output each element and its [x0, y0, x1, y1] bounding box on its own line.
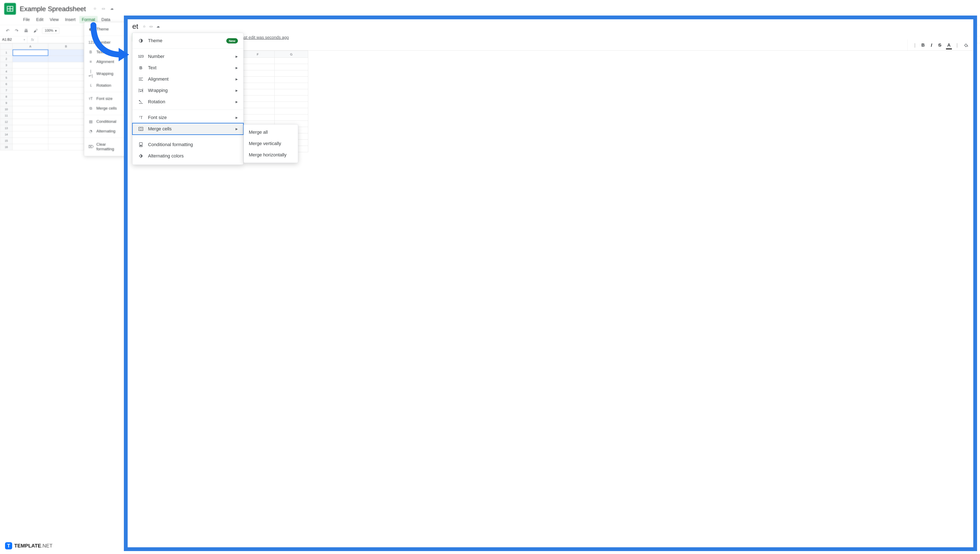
row-header[interactable]: 1: [0, 49, 13, 56]
cell[interactable]: [13, 94, 48, 100]
col-header[interactable]: G: [275, 51, 308, 58]
row-header[interactable]: 13: [0, 125, 13, 131]
print-icon[interactable]: 🖶: [23, 27, 29, 34]
cell[interactable]: [13, 144, 48, 150]
cell[interactable]: [48, 119, 84, 125]
cell[interactable]: [13, 100, 48, 106]
menu-edit[interactable]: Edit: [33, 16, 46, 23]
cell[interactable]: [48, 81, 84, 88]
row-header[interactable]: 4: [0, 68, 13, 75]
cell[interactable]: [13, 138, 48, 144]
cell[interactable]: [13, 75, 48, 81]
menu-file[interactable]: File: [21, 16, 32, 23]
cell[interactable]: [13, 88, 48, 94]
row-header[interactable]: 15: [0, 138, 13, 144]
last-edit-link[interactable]: Last edit was seconds ago: [236, 33, 292, 41]
col-header[interactable]: B: [48, 43, 84, 49]
cell[interactable]: [241, 76, 275, 83]
cell[interactable]: [275, 70, 308, 76]
submenu-merge-horizontally[interactable]: Merge horizontally: [244, 149, 298, 161]
cell[interactable]: [241, 58, 275, 64]
menu-item-theme[interactable]: Theme New: [132, 35, 243, 46]
cell[interactable]: [241, 108, 275, 115]
cell[interactable]: [275, 96, 308, 102]
cell[interactable]: [13, 125, 48, 131]
cell[interactable]: [241, 96, 275, 102]
cell[interactable]: [48, 62, 84, 68]
cell[interactable]: [275, 102, 308, 108]
cell[interactable]: [48, 131, 84, 138]
cell[interactable]: [48, 138, 84, 144]
cell[interactable]: [48, 75, 84, 81]
name-box[interactable]: A1:B2 ▾: [0, 36, 27, 43]
row-header[interactable]: 16: [0, 144, 13, 150]
row-header[interactable]: 3: [0, 62, 13, 68]
cell[interactable]: [48, 88, 84, 94]
overlay-grid-fragment[interactable]: F G: [241, 50, 973, 547]
cell[interactable]: [241, 102, 275, 108]
cell[interactable]: [13, 113, 48, 119]
cell[interactable]: [48, 49, 84, 56]
cell[interactable]: [48, 113, 84, 119]
col-header[interactable]: A: [13, 43, 48, 49]
cell[interactable]: [275, 64, 308, 70]
cell[interactable]: [241, 83, 275, 89]
menu-item-conditional-formatting[interactable]: Conditional formatting: [132, 139, 243, 150]
fill-color-button[interactable]: [963, 42, 969, 48]
menu-view[interactable]: View: [47, 16, 61, 23]
submenu-merge-all[interactable]: Merge all: [244, 127, 298, 138]
cell[interactable]: [13, 56, 48, 62]
menu-item-text[interactable]: B Text ▶: [132, 62, 243, 73]
cell[interactable]: [48, 56, 84, 62]
cell[interactable]: [48, 68, 84, 75]
move-to-folder-icon[interactable]: ▭: [150, 24, 153, 28]
cloud-status-icon[interactable]: ☁: [110, 6, 115, 11]
cell[interactable]: [275, 58, 308, 64]
cell[interactable]: [275, 115, 308, 121]
menu-insert[interactable]: Insert: [62, 16, 78, 23]
cell[interactable]: [48, 100, 84, 106]
star-icon[interactable]: ☆: [94, 6, 98, 11]
col-header[interactable]: F: [241, 51, 275, 58]
cell[interactable]: [241, 89, 275, 96]
cell[interactable]: [13, 62, 48, 68]
row-header[interactable]: 9: [0, 100, 13, 106]
cell[interactable]: [48, 144, 84, 150]
redo-icon[interactable]: ↷: [14, 27, 20, 34]
menu-item-merge-cells[interactable]: Merge cells ▶: [132, 123, 243, 135]
cell[interactable]: [275, 76, 308, 83]
italic-button[interactable]: I: [929, 41, 934, 49]
row-header[interactable]: 10: [0, 106, 13, 113]
row-header[interactable]: 11: [0, 113, 13, 119]
cell[interactable]: [241, 115, 275, 121]
undo-icon[interactable]: ↶: [5, 27, 11, 34]
strikethrough-button[interactable]: S: [937, 41, 943, 49]
zoom-selector[interactable]: 100% ▾: [42, 28, 59, 34]
document-title[interactable]: Example Spreadsheet: [20, 5, 86, 13]
cell[interactable]: [48, 125, 84, 131]
cell[interactable]: [241, 64, 275, 70]
menu-item-wrapping[interactable]: Wrapping ▶: [132, 85, 243, 96]
move-to-folder-icon[interactable]: ▭: [102, 6, 107, 11]
row-header[interactable]: 7: [0, 88, 13, 94]
row-header[interactable]: 2: [0, 56, 13, 62]
menu-item-rotation[interactable]: Rotation ▶: [132, 96, 243, 107]
menu-item-number[interactable]: 123 Number ▶: [132, 51, 243, 62]
submenu-merge-vertically[interactable]: Merge vertically: [244, 138, 298, 149]
row-header[interactable]: 12: [0, 119, 13, 125]
bold-button[interactable]: B: [920, 41, 926, 49]
menu-item-alignment[interactable]: Alignment ▶: [132, 73, 243, 85]
cell[interactable]: [275, 108, 308, 115]
menu-item-font-size[interactable]: тT Font size ▶: [132, 112, 243, 123]
row-header[interactable]: 8: [0, 94, 13, 100]
cloud-status-icon[interactable]: ☁: [156, 24, 160, 28]
cell[interactable]: [13, 131, 48, 138]
cell[interactable]: [275, 83, 308, 89]
cell[interactable]: [241, 70, 275, 76]
cell[interactable]: [13, 81, 48, 88]
star-icon[interactable]: ☆: [143, 24, 146, 28]
text-color-button[interactable]: A: [946, 41, 952, 49]
paint-format-icon[interactable]: 🖌: [32, 27, 39, 34]
cell[interactable]: [13, 49, 48, 56]
cell[interactable]: [48, 94, 84, 100]
